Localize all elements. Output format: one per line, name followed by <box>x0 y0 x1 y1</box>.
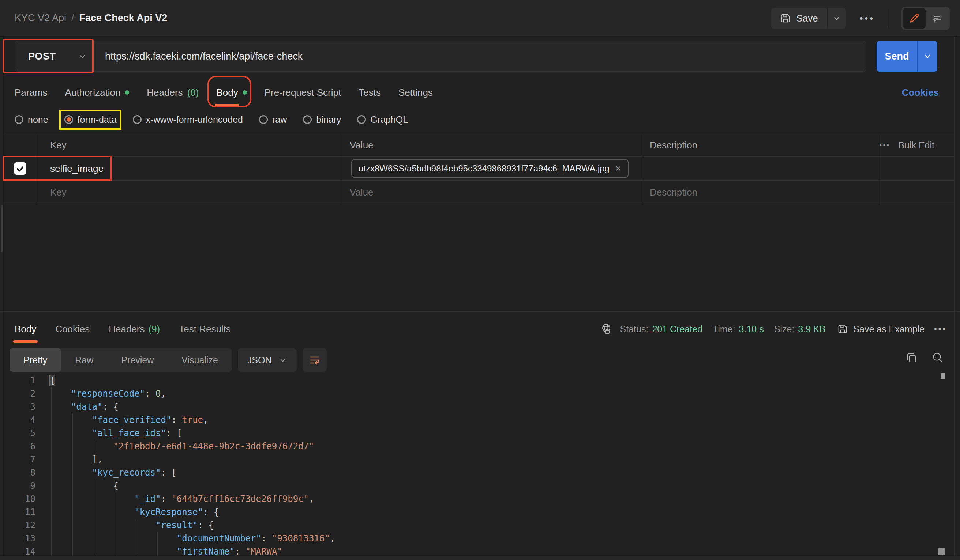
code-line: 2 "responseCode": 0, <box>0 387 954 400</box>
response-view-tabs: PrettyRawPreviewVisualize <box>10 348 232 372</box>
response-tab-body[interactable]: Body <box>14 312 36 346</box>
empty-value-cell[interactable]: Value <box>342 180 642 204</box>
row-key-cell[interactable]: selfie_image <box>37 157 342 180</box>
comments-button[interactable] <box>926 8 948 29</box>
indent-guide <box>72 479 73 492</box>
body-mode-label: none <box>28 115 48 125</box>
response-more-button[interactable]: ••• <box>934 324 947 334</box>
send-button[interactable]: Send <box>877 41 918 72</box>
method-selector[interactable]: POST <box>15 41 96 71</box>
left-scrollbar-thumb[interactable] <box>1 205 3 252</box>
body-mode-form-data[interactable]: form-data <box>64 115 117 125</box>
tab-label: Authorization <box>65 87 121 98</box>
view-raw[interactable]: Raw <box>61 348 107 372</box>
more-actions-button[interactable]: ••• <box>860 13 875 24</box>
horizontal-scrollbar-thumb[interactable] <box>938 548 945 555</box>
tab-pre-request-script[interactable]: Pre-request Script <box>264 78 341 107</box>
code-line: 10 "_id": "644b7cff16cc73de26ff9b9c", <box>0 492 954 506</box>
indent-guide <box>115 519 115 532</box>
code-text: "result": { <box>50 519 214 532</box>
radio-selected-icon <box>64 115 73 124</box>
response-tab-headers[interactable]: Headers(9) <box>109 312 160 346</box>
wrap-lines-button[interactable] <box>302 348 327 372</box>
response-tab-test-results[interactable]: Test Results <box>179 312 231 346</box>
time-label: Time: <box>713 324 735 335</box>
code-token: "kyc_records" <box>92 467 161 478</box>
value-placeholder: Value <box>350 187 374 198</box>
network-globe-icon[interactable] <box>600 323 613 335</box>
view-visualize[interactable]: Visualize <box>168 348 232 372</box>
response-code[interactable]: 1{2 "responseCode": 0,3 "data": {4 "face… <box>0 374 954 560</box>
radio-icon <box>303 115 312 124</box>
body-mode-none[interactable]: none <box>14 115 48 125</box>
code-text: "kycResponse": { <box>50 506 219 519</box>
tab-settings[interactable]: Settings <box>398 78 433 107</box>
remove-file-button[interactable]: × <box>615 163 621 174</box>
indent-guide <box>72 413 73 427</box>
body-mode-raw[interactable]: raw <box>259 115 287 125</box>
row-value-cell[interactable]: utzx8W6SS/a5bdb98f4eb95c3349868931f77a94… <box>342 157 642 180</box>
response-panel: BodyCookiesHeaders(9)Test Results Status… <box>0 311 960 560</box>
edit-mode-button[interactable] <box>903 8 926 29</box>
response-tools <box>905 351 945 364</box>
indent-guide <box>51 453 51 466</box>
view-preview[interactable]: Preview <box>107 348 168 372</box>
save-options-button[interactable] <box>827 8 846 29</box>
search-icon <box>931 351 945 364</box>
url-input[interactable]: https://sdk.faceki.com/facelink/api/face… <box>105 51 302 62</box>
tab-tests[interactable]: Tests <box>358 78 381 107</box>
indent-guide <box>51 440 51 453</box>
save-group: Save <box>771 8 845 29</box>
body-mode-x-www-form-urlencoded[interactable]: x-www-form-urlencoded <box>133 115 243 125</box>
indent-guide <box>72 519 73 532</box>
breadcrumb-collection[interactable]: KYC V2 Api <box>14 13 66 24</box>
breadcrumb-request-name[interactable]: Face Check Api V2 <box>79 13 168 24</box>
save-button[interactable]: Save <box>771 8 826 29</box>
tab-label: Params <box>14 87 48 98</box>
comment-icon <box>931 13 943 24</box>
copy-button[interactable] <box>905 351 918 364</box>
code-token: "face_verified" <box>92 415 171 425</box>
indent-guide <box>157 532 158 545</box>
code-token: , <box>161 389 166 399</box>
code-token: , <box>203 415 208 425</box>
body-mode-binary[interactable]: binary <box>303 115 341 125</box>
line-number: 12 <box>0 519 35 532</box>
empty-key-cell[interactable]: Key <box>37 180 342 204</box>
code-token: : { <box>103 402 118 412</box>
tab-authorization[interactable]: Authorization <box>65 78 130 107</box>
response-tab-cookies[interactable]: Cookies <box>55 312 90 346</box>
tab-headers[interactable]: Headers(8) <box>147 78 198 107</box>
code-token: , <box>309 494 314 504</box>
key-placeholder: Key <box>50 187 67 198</box>
line-number: 8 <box>0 466 35 479</box>
code-token: "930813316" <box>272 533 330 544</box>
format-selector[interactable]: JSON <box>238 348 297 372</box>
empty-description-cell[interactable]: Description <box>642 180 879 204</box>
view-pretty[interactable]: Pretty <box>10 348 61 372</box>
search-button[interactable] <box>931 351 945 364</box>
send-options-button[interactable] <box>918 41 937 72</box>
time-value[interactable]: 3.10 s <box>739 324 764 335</box>
status-value[interactable]: 201 Created <box>652 324 702 335</box>
tab-params[interactable]: Params <box>14 78 48 107</box>
code-line: 7 ], <box>0 453 954 466</box>
row-description-cell[interactable] <box>642 157 879 180</box>
bulk-edit-button[interactable]: ••• Bulk Edit <box>879 134 954 156</box>
vertical-scrollbar-thumb[interactable] <box>941 373 946 379</box>
active-tab-underline <box>215 104 238 106</box>
row-checkbox-checked[interactable] <box>14 162 26 175</box>
topbar-actions: Save ••• <box>771 0 950 37</box>
cookies-link[interactable]: Cookies <box>902 78 939 107</box>
code-text: "kyc_records": [ <box>50 466 177 479</box>
code-token: ], <box>92 455 103 464</box>
save-as-example-button[interactable]: Save as Example <box>837 324 925 335</box>
code-text: "data": { <box>50 400 118 413</box>
code-line: 5 "all_face_ids": [ <box>0 427 954 440</box>
body-mode-graphql[interactable]: GraphQL <box>357 115 408 125</box>
edit-comment-toggle <box>901 6 950 30</box>
tab-body[interactable]: Body <box>216 78 246 107</box>
tab-label: Pre-request Script <box>264 87 341 98</box>
code-line: 1{ <box>0 374 954 387</box>
size-value[interactable]: 3.9 KB <box>798 324 826 335</box>
